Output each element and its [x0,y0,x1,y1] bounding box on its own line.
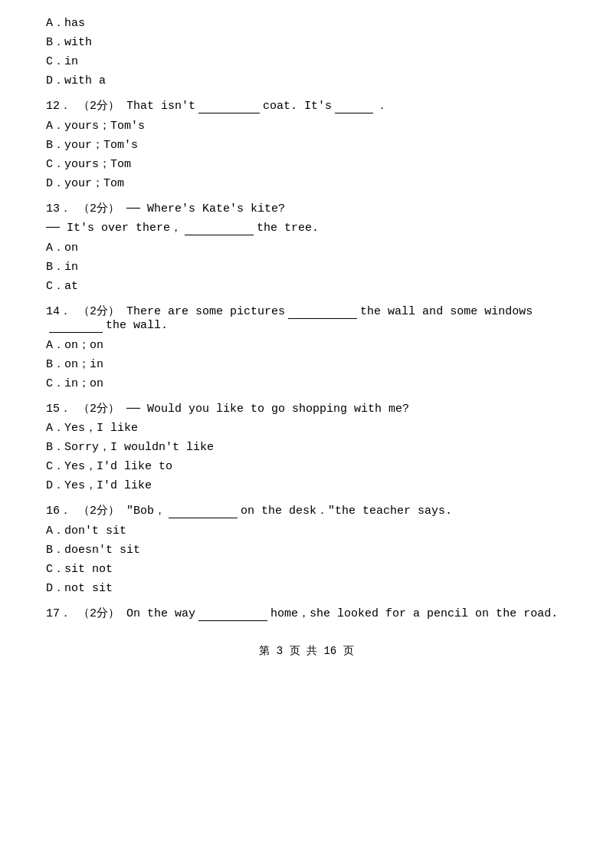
question-number: 13． [46,202,71,215]
option-label: A． [46,15,64,30]
option-label: C． [46,376,64,390]
question-text: "Bob， on the desk．"the teacher says. [126,505,452,518]
option-text: has [64,17,85,30]
option-b-q13: B． in [46,259,567,274]
option-d-q15: D． Yes，I'd like [46,478,567,492]
option-label: D． [46,73,64,87]
question-number: 12． [46,100,71,113]
blank-3 [185,222,254,235]
option-a-q15: A． Yes，I like [46,420,567,435]
option-label: D． [46,580,64,595]
option-text: sit not [64,563,113,576]
option-text: yours；Tom [64,156,131,171]
option-label: D． [46,478,64,492]
option-label: B． [46,357,64,371]
option-c-q15: C． Yes，I'd like to [46,459,567,473]
option-label: C． [46,561,64,576]
question-points: （2分） [78,202,120,215]
page-content: A． has B． with C． in D． with a 12． （2分） … [46,15,567,658]
option-a-q16: A． don't sit [46,523,567,538]
blank-4 [288,305,357,319]
question-points: （2分） [78,305,120,318]
blank-6 [169,505,238,518]
option-b-with: B． with [46,35,567,49]
question-16: 16． （2分） "Bob， on the desk．"the teacher … [46,503,567,518]
option-label: C． [46,54,64,68]
option-c-in: C． in [46,54,567,68]
option-c-q14: C． in；on [46,376,567,390]
question-number: 16． [46,505,71,518]
option-label: B． [46,439,64,454]
page-footer: 第 3 页 共 16 页 [46,644,567,658]
option-c-q12: C． yours；Tom [46,156,567,171]
option-text: Yes，I'd like to [64,459,172,473]
option-text: in；on [64,376,103,390]
option-text: with a [64,74,106,87]
question-17: 17． （2分） On the way home，she looked for … [46,606,567,621]
option-label: D． [46,176,64,190]
question-number: 15． [46,403,71,416]
blank-1 [198,100,260,113]
question-number: 17． [46,607,71,620]
option-text: don't sit [64,524,126,538]
option-label: C． [46,156,64,171]
question-text: ── Where's Kate's kite? [126,202,285,215]
question-points: （2分） [78,403,120,416]
option-text: your；Tom [64,176,124,190]
option-label: C． [46,278,64,293]
blank-7 [198,607,267,621]
question-text: On the way home，she looked for a pencil … [126,607,558,620]
option-text: at [64,280,78,293]
option-label: B． [46,259,64,274]
question-14: 14． （2分） There are some pictures the wal… [46,304,567,333]
option-label: B． [46,542,64,557]
question-text: There are some pictures the wall and som… [46,305,533,332]
option-label: B． [46,137,64,152]
option-text: on；on [64,337,103,352]
option-a-q13: A． on [46,240,567,255]
option-b-q15: B． Sorry，I wouldn't like [46,439,567,454]
option-text: on；in [64,357,103,371]
option-text: Sorry，I wouldn't like [64,439,214,454]
question-13-subline: ── It's over there， the tree. [46,220,567,235]
option-a-has: A． has [46,15,567,30]
blank-5 [49,319,103,333]
option-c-q13: C． at [46,278,567,293]
option-text: doesn't sit [64,544,140,557]
option-text: your；Tom's [64,137,138,152]
option-label: A． [46,420,64,435]
option-text: Yes，I'd like [64,478,152,492]
option-a-q14: A． on；on [46,337,567,352]
option-text: Yes，I like [64,420,138,435]
option-d-q16: D． not sit [46,580,567,595]
option-label: A． [46,337,64,352]
question-13: 13． （2分） ── Where's Kate's kite? [46,201,567,215]
option-a-q12: A． yours；Tom's [46,118,567,133]
option-d-with-a: D． with a [46,73,567,87]
question-points: （2分） [78,505,120,518]
option-text: yours；Tom's [64,118,145,133]
blank-2 [335,100,373,113]
question-points: （2分） [78,100,120,113]
option-text: in [64,261,78,274]
option-b-q16: B． doesn't sit [46,542,567,557]
question-15: 15． （2分） ── Would you like to go shoppin… [46,401,567,416]
option-label: C． [46,459,64,473]
question-number: 14． [46,305,71,318]
option-b-q14: B． on；in [46,357,567,371]
option-label: B． [46,35,64,49]
option-text: in [64,55,78,68]
question-12: 12． （2分） That isn't coat. It's ． [46,98,567,113]
option-b-q12: B． your；Tom's [46,137,567,152]
question-text: That isn't coat. It's ． [126,100,388,113]
option-text: on [64,242,78,255]
option-text: with [64,36,92,49]
option-label: A． [46,118,64,133]
option-label: A． [46,523,64,538]
option-c-q16: C． sit not [46,561,567,576]
footer-text: 第 3 页 共 16 页 [259,645,353,657]
option-d-q12: D． your；Tom [46,176,567,190]
option-label: A． [46,240,64,255]
option-text: not sit [64,582,113,595]
question-sub-text: ── It's over there， the tree. [46,220,319,235]
